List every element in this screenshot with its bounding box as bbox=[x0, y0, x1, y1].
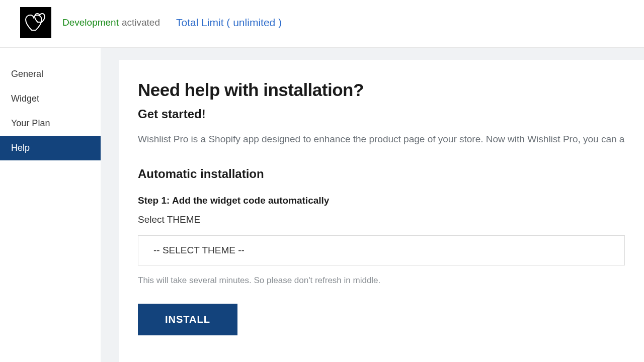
sidebar-item-label: Your Plan bbox=[11, 118, 50, 128]
sidebar-nav: General Widget Your Plan Help bbox=[0, 48, 101, 362]
header-bar: Development activated Total Limit ( unli… bbox=[0, 0, 644, 48]
help-card: Need help with installation? Get started… bbox=[119, 60, 644, 362]
theme-select[interactable]: -- SELECT THEME -- bbox=[138, 235, 625, 265]
main-layout: General Widget Your Plan Help Need help … bbox=[0, 48, 644, 362]
total-limit-link[interactable]: Total Limit ( unlimited ) bbox=[176, 17, 282, 29]
status-text: Development activated bbox=[62, 17, 160, 28]
sidebar-item-widget[interactable]: Widget bbox=[0, 86, 101, 111]
status-activated: activated bbox=[122, 17, 160, 28]
select-theme-label: Select THEME bbox=[138, 214, 625, 225]
install-button[interactable]: INSTALL bbox=[138, 304, 237, 335]
sidebar-item-label: Help bbox=[11, 143, 30, 153]
sidebar-item-label: Widget bbox=[11, 94, 39, 104]
page-subtitle: Get started! bbox=[138, 107, 625, 121]
status-development: Development bbox=[62, 17, 119, 28]
sidebar-item-help[interactable]: Help bbox=[0, 136, 101, 160]
sidebar-item-label: General bbox=[11, 69, 43, 79]
page-title: Need help with installation? bbox=[138, 80, 625, 100]
app-logo bbox=[20, 7, 51, 38]
page-description: Wishlist Pro is a Shopify app designed t… bbox=[138, 132, 625, 147]
hearts-icon bbox=[25, 13, 47, 32]
content-area: Need help with installation? Get started… bbox=[101, 48, 644, 362]
step-1-heading: Step 1: Add the widget code automaticall… bbox=[138, 195, 625, 206]
sidebar-item-general[interactable]: General bbox=[0, 62, 101, 86]
sidebar-item-your-plan[interactable]: Your Plan bbox=[0, 111, 101, 136]
section-title: Automatic installation bbox=[138, 167, 625, 181]
install-hint: This will take several minutes. So pleas… bbox=[138, 276, 625, 286]
theme-select-placeholder: -- SELECT THEME -- bbox=[153, 245, 245, 255]
